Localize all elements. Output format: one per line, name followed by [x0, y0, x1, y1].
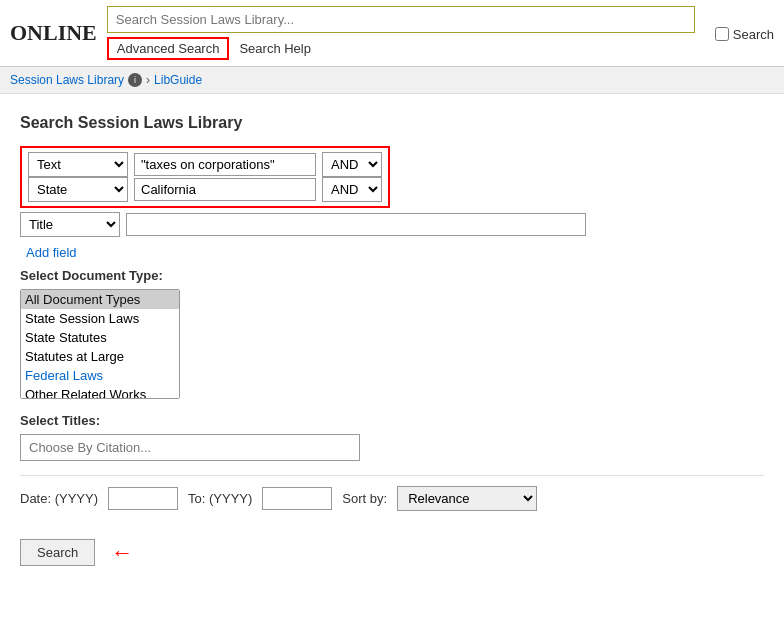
add-field-link[interactable]: Add field [26, 245, 77, 260]
main-search-input[interactable] [107, 6, 695, 33]
field-row-3: Text State Title [20, 212, 764, 237]
doc-type-option-session-laws: State Session Laws [21, 309, 179, 328]
date-from-input[interactable] [108, 487, 178, 510]
doc-type-option-all: All Document Types [21, 290, 179, 309]
breadcrumb-separator: › [146, 73, 150, 87]
breadcrumb: Session Laws Library i › LibGuide [0, 67, 784, 94]
field-row-2: Text State Title AND OR NOT [28, 177, 382, 202]
field-input-1[interactable] [134, 153, 316, 176]
field-type-select-1[interactable]: Text State Title [28, 152, 128, 177]
select-titles-section: Select Titles: [20, 413, 764, 461]
field-type-select-3[interactable]: Text State Title [20, 212, 120, 237]
top-search-checkbox[interactable] [715, 27, 729, 41]
doc-type-option-statutes: State Statutes [21, 328, 179, 347]
top-search-area: Search [715, 27, 774, 42]
breadcrumb-session-laws[interactable]: Session Laws Library [10, 73, 124, 87]
doc-type-option-statutes-large: Statutes at Large [21, 347, 179, 366]
highlighted-fields: Text State Title AND OR NOT Text State T… [20, 146, 390, 208]
search-help-link[interactable]: Search Help [239, 41, 311, 56]
info-icon[interactable]: i [128, 73, 142, 87]
field-input-3[interactable] [126, 213, 586, 236]
header-right: Search [695, 25, 774, 42]
arrow-indicator: ← [111, 542, 133, 564]
doc-type-label: Select Document Type: [20, 268, 764, 283]
sort-by-label: Sort by: [342, 491, 387, 506]
doc-type-option-federal: Federal Laws [21, 366, 179, 385]
breadcrumb-libguide[interactable]: LibGuide [154, 73, 202, 87]
citation-input[interactable] [20, 434, 360, 461]
date-from-label: Date: (YYYY) [20, 491, 98, 506]
date-to-input[interactable] [262, 487, 332, 510]
search-bar-container: Advanced Search Search Help [107, 6, 695, 60]
field-row-1: Text State Title AND OR NOT [28, 152, 382, 177]
search-button[interactable]: Search [20, 539, 95, 566]
doc-type-option-other: Other Related Works [21, 385, 179, 399]
sort-select[interactable]: Relevance Date Ascending Date Descending [397, 486, 537, 511]
search-btn-row: Search ← [20, 535, 764, 566]
field-type-select-2[interactable]: Text State Title [28, 177, 128, 202]
doc-type-section: Select Document Type: All Document Types… [20, 268, 764, 399]
select-titles-label: Select Titles: [20, 413, 764, 428]
logo: ONLINE [10, 20, 97, 46]
date-to-label: To: (YYYY) [188, 491, 252, 506]
header-nav: Advanced Search Search Help [107, 37, 695, 60]
main-content: Search Session Laws Library Text State T… [0, 94, 784, 586]
header: ONLINE Advanced Search Search Help Searc… [0, 0, 784, 67]
doc-type-listbox[interactable]: All Document Types State Session Laws St… [20, 289, 180, 399]
field-input-2[interactable] [134, 178, 316, 201]
operator-select-1[interactable]: AND OR NOT [322, 152, 382, 177]
date-sort-row: Date: (YYYY) To: (YYYY) Sort by: Relevan… [20, 475, 764, 521]
add-field-container: Add field [20, 245, 764, 260]
operator-select-2[interactable]: AND OR NOT [322, 177, 382, 202]
advanced-search-button[interactable]: Advanced Search [107, 37, 230, 60]
top-search-label: Search [733, 27, 774, 42]
section-title: Search Session Laws Library [20, 114, 764, 132]
